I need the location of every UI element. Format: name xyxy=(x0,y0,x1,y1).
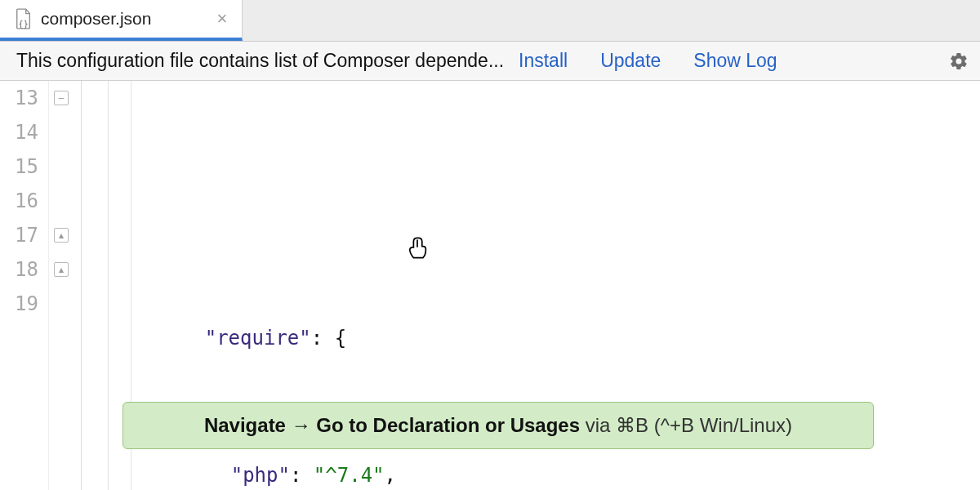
line-number-gutter: 13141516171819 xyxy=(0,81,49,490)
json-file-icon: {} xyxy=(15,8,33,29)
tab-close-button[interactable]: × xyxy=(216,10,227,28)
editor-tab-bar: {} composer.json × xyxy=(0,0,980,42)
editor-tab-composer-json[interactable]: {} composer.json × xyxy=(0,0,243,41)
code-line: "require": { xyxy=(108,287,980,321)
notification-message: This configuration file contains list of… xyxy=(16,50,504,72)
tip-action: Navigate → Go to Declaration or Usages xyxy=(204,414,580,436)
gear-icon[interactable] xyxy=(949,51,969,71)
fold-gutter: – ▴ ▴ xyxy=(49,81,82,490)
composer-notification-bar: This configuration file contains list of… xyxy=(0,42,980,81)
line-number: 14 xyxy=(0,115,38,149)
line-number: 13 xyxy=(0,81,38,115)
tip-shortcut: via ⌘B (^+B Win/Linux) xyxy=(580,414,792,436)
svg-text:{}: {} xyxy=(19,20,29,29)
mouse-pointer-icon xyxy=(335,202,358,226)
line-number: 18 xyxy=(0,252,38,287)
show-log-link[interactable]: Show Log xyxy=(693,50,777,72)
shortcut-tip-banner: Navigate → Go to Declaration or Usages v… xyxy=(122,402,874,449)
line-number: 17 xyxy=(0,218,38,252)
install-link[interactable]: Install xyxy=(519,50,568,72)
fold-marker-close-icon[interactable]: ▴ xyxy=(54,262,69,277)
fold-marker-open-icon[interactable]: – xyxy=(54,91,69,105)
line-number: 15 xyxy=(0,149,38,184)
update-link[interactable]: Update xyxy=(600,50,661,72)
fold-marker-close-icon[interactable]: ▴ xyxy=(54,228,69,243)
tab-filename: composer.json xyxy=(41,9,151,29)
line-number: 16 xyxy=(0,184,38,218)
line-number: 19 xyxy=(0,287,38,321)
